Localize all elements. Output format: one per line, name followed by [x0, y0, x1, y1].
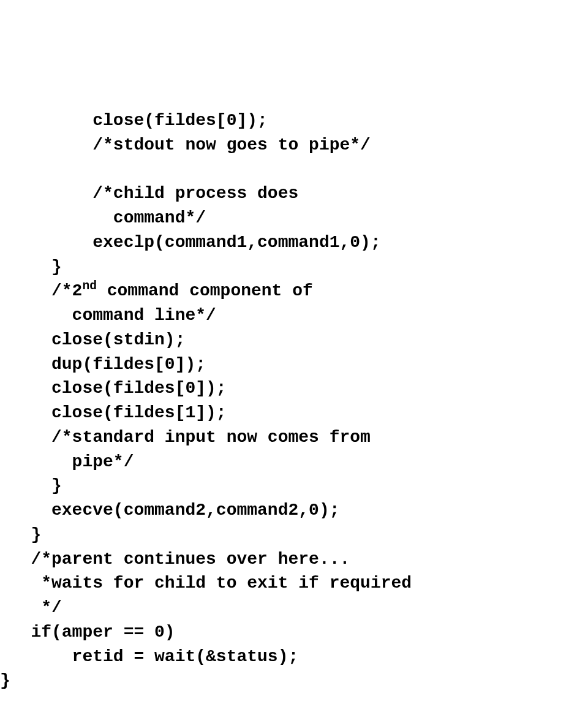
code-line: *waits for child to exit if required — [0, 574, 412, 593]
code-block: close(fildes[0]); /*stdout now goes to p… — [0, 108, 588, 701]
code-line: retid = wait(&status); — [0, 647, 298, 666]
code-line: close(fildes[0]); — [0, 379, 227, 398]
code-line: /*stdout now goes to pipe*/ — [0, 135, 371, 154]
code-line: } — [0, 671, 10, 690]
code-line: /*standard input now comes from — [0, 428, 371, 447]
code-line: close(fildes[0]); — [0, 111, 268, 130]
code-line: command line*/ — [0, 306, 216, 325]
code-line: close(fildes[1]); — [0, 403, 227, 422]
code-line: pipe*/ — [0, 452, 134, 471]
code-line: command*/ — [0, 208, 206, 227]
code-line: /*parent continues over here... — [0, 550, 350, 569]
code-line: } — [0, 257, 62, 276]
code-line: dup(fildes[0]); — [0, 355, 206, 374]
code-line: execve(command2,command2,0); — [0, 501, 340, 520]
code-line: /*child process does — [0, 184, 298, 203]
code-line: } — [0, 525, 41, 544]
superscript: nd — [82, 279, 97, 293]
code-line: */ — [0, 598, 62, 617]
code-line: if(amper == 0) — [0, 623, 175, 642]
code-line: } — [0, 476, 62, 495]
code-line: execlp(command1,command1,0); — [0, 233, 381, 252]
code-line: /*2nd command component of — [0, 281, 313, 300]
code-line: close(stdin); — [0, 330, 185, 349]
